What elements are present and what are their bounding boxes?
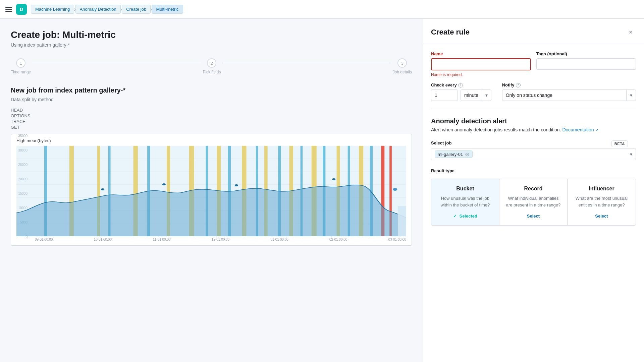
topnav: D Machine Learning › Anomaly Detection ›… [0,0,644,19]
svg-point-35 [162,183,166,185]
job-tag-remove[interactable]: ⊗ [464,152,470,157]
beta-badge: BETA [611,140,628,147]
page-subtitle: Using index pattern gallery-* [11,42,412,48]
documentation-link[interactable]: Documentation ↗ [562,127,598,132]
section-label: Data split by method [11,97,412,102]
x-label-4: 12-01 00:00 [212,238,229,241]
result-type-bucket[interactable]: Bucket How unusual was the job within th… [431,179,499,225]
x-label-6: 02-01 00:00 [329,238,347,241]
bucket-name: Bucket [437,186,494,192]
notify-select-arrow[interactable]: ▾ [626,90,636,101]
divider-1 [431,109,636,109]
check-every-group: Check every ? minute ▾ [431,82,498,101]
check-every-unit-select[interactable]: minute ▾ [461,89,491,101]
section-title: New job from index pattern gallery-* [11,86,412,94]
select-job-label: Select job [431,140,636,145]
breadcrumb-multi-metric[interactable]: Multi-metric [152,5,183,14]
breadcrumb: Machine Learning › Anomaly Detection › C… [31,5,183,14]
external-link-icon: ↗ [595,128,598,132]
alert-desc-text: Alert when anomaly detection jobs result… [431,127,561,132]
http-method-head: HEAD [11,108,412,113]
result-type-label: Result type [431,168,636,173]
x-axis: 09-01 00:00 10-01 00:00 11-01 00:00 12-0… [16,236,406,241]
step-circle-2: 2 [207,58,216,68]
tags-input[interactable] [536,58,636,70]
influencer-name: Influencer [573,186,630,192]
http-method-trace: TRACE [11,119,412,124]
chart-svg [16,146,406,236]
close-button[interactable]: × [625,27,636,38]
x-label-3: 11-01 00:00 [153,238,170,241]
result-type-influencer[interactable]: Influencer What are the most unusual ent… [568,179,636,225]
svg-rect-39 [398,206,406,236]
result-type-record[interactable]: Record What individual anomalies are pre… [499,179,568,225]
step-circle-1: 1 [16,58,25,68]
x-label-1: 09-01 00:00 [35,238,53,241]
step-label-2: Pick fields [203,70,221,74]
result-type-section: Result type Bucket How unusual was the j… [431,168,636,226]
left-panel: Create job: Multi-metric Using index pat… [0,19,423,362]
step-line-1 [32,63,201,63]
record-action[interactable]: Select [505,214,562,219]
x-label-5: 01-01 00:00 [270,238,288,241]
record-name: Record [505,186,562,192]
job-select[interactable]: ml-gallery-01 ⊗ ▾ [431,148,636,160]
bucket-desc: How unusual was the job within the bucke… [437,195,494,208]
name-error: Name is required. [431,72,531,77]
notify-select-value: Only on status change [502,90,626,101]
name-tags-row: Name Name is required. Tags (optional) [431,51,636,77]
breadcrumb-sep-1: › [74,6,75,12]
breadcrumb-create-job[interactable]: Create job [122,5,151,14]
y-label-35000: 35000 [18,134,28,138]
breadcrumb-machine-learning[interactable]: Machine Learning [31,5,74,14]
tags-group: Tags (optional) [536,51,636,77]
step-2: 2 Pick fields [203,58,221,74]
check-every-label: Check every ? [431,82,498,87]
check-every-number-input[interactable] [431,89,458,101]
x-label-2: 10-01 00:00 [94,238,112,241]
check-every-unit-arrow[interactable]: ▾ [482,90,491,101]
notify-select[interactable]: Only on status change ▾ [502,89,636,101]
chart-container: High mean(bytes) 35000 30000 25000 20000… [11,134,412,246]
svg-point-37 [332,178,335,180]
step-line-2 [222,63,391,63]
right-panel: Create rule × Name Name is required. Tag… [423,19,644,362]
result-type-grid: Bucket How unusual was the job within th… [431,179,636,226]
check-every-help-icon[interactable]: ? [458,83,463,87]
chart-title: High mean(bytes) [16,138,406,143]
job-tag-label: ml-gallery-01 [438,152,463,157]
stepper: 1 Time range 2 Pick fields 3 Job details [11,58,412,74]
bucket-action: ✓ Selected [437,214,494,219]
svg-point-36 [235,184,238,186]
breadcrumb-sep-2: › [120,6,122,12]
job-select-arrow[interactable]: ▾ [630,152,632,157]
hamburger-menu[interactable] [5,6,12,13]
http-methods: HEAD OPTIONS TRACE GET [11,108,412,130]
breadcrumb-sep-3: › [150,6,152,12]
breadcrumb-anomaly-detection[interactable]: Anomaly Detection [75,5,121,14]
panel-title: Create rule [431,28,470,37]
notify-help-icon[interactable]: ? [516,83,521,87]
name-group: Name Name is required. [431,51,531,77]
influencer-action[interactable]: Select [573,214,630,219]
page-title: Create job: Multi-metric [11,29,412,40]
notify-group: Notify ? Only on status change ▾ [502,82,636,101]
http-method-options: OPTIONS [11,113,412,118]
svg-point-34 [101,188,104,190]
step-circle-3: 3 [397,58,407,68]
name-input[interactable] [431,58,531,70]
main-container: Create job: Multi-metric Using index pat… [0,19,644,362]
bucket-check-icon: ✓ [453,214,457,219]
check-every-unit-value: minute [461,90,482,101]
avatar: D [16,4,27,15]
x-label-7: 03-01 00:00 [388,238,406,241]
panel-header: Create rule × [423,19,644,43]
step-1: 1 Time range [11,58,31,74]
step-label-3: Job details [393,70,412,74]
http-method-get: GET [11,125,412,130]
check-notify-row: Check every ? minute ▾ Notify ? [431,82,636,101]
step-label-1: Time range [11,70,31,74]
alert-section-title: Anomaly detection alert [431,117,636,125]
chart-area [16,146,406,236]
panel-body: Name Name is required. Tags (optional) C… [423,43,644,362]
